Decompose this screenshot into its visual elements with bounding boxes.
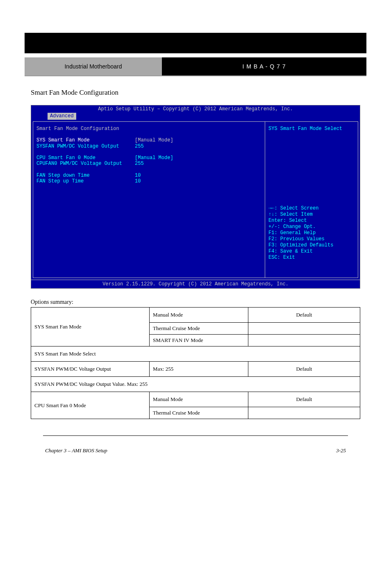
bios-row-label: FAN Step up Time <box>36 178 135 184</box>
bios-main-panel: Smart Fan Mode Configuration SYS Smart F… <box>33 121 265 278</box>
option-cell: Manual Mode <box>150 392 248 407</box>
bios-top-bar: Aptio Setup Utility – Copyright (C) 2012… <box>31 105 360 113</box>
bios-screenshot: Aptio Setup Utility – Copyright (C) 2012… <box>31 105 360 289</box>
bios-row: FAN Step up Time10 <box>36 178 261 184</box>
bios-main-heading: Smart Fan Mode Configuration <box>36 126 261 132</box>
header-bar: Industrial Motherboard I M B A - Q 7 7 <box>25 57 366 76</box>
bios-row: CPUFAN0 PWM/DC Voltage Output255 <box>36 161 261 166</box>
bios-row-value: [Manual Mode] <box>135 155 173 161</box>
desc-cell: SYS Smart Fan Mode Select <box>31 346 360 362</box>
bios-help-line: F1: General Help <box>268 230 355 236</box>
bios-help-line: Enter: Select <box>268 218 355 224</box>
option-cell: Thermal Cruise Mode <box>150 323 248 335</box>
default-cell <box>248 407 360 419</box>
bios-row-value: 10 <box>135 173 141 178</box>
table-row: SYSFAN PWM/DC Voltage Output Max: 255 De… <box>31 362 360 377</box>
default-cell <box>248 335 360 346</box>
options-table: SYS Smart Fan Mode Manual Mode Default T… <box>31 307 360 419</box>
bios-tab-row: Advanced <box>31 113 360 119</box>
bios-bottom-bar: Version 2.15.1229. Copyright (C) 2012 Am… <box>31 280 360 288</box>
bios-row-label: SYS Smart Fan Mode <box>36 137 135 143</box>
bios-help-line: F3: Optimized Defaults <box>268 242 355 248</box>
bios-row: SYS Smart Fan Mode[Manual Mode] <box>36 137 261 143</box>
table-row: SYSFAN PWM/DC Voltage Output Value. Max:… <box>31 377 360 392</box>
bios-row-label: CPU Smart Fan 0 Mode <box>36 155 135 161</box>
bios-side-description: SYS Smart Fan Mode Select <box>268 126 355 132</box>
bios-tab-advanced: Advanced <box>48 113 76 119</box>
header-left-cell: Industrial Motherboard <box>25 57 162 75</box>
bios-help-line: F2: Previous Values <box>268 236 355 242</box>
bios-help-line: →←: Select Screen <box>268 205 355 212</box>
bios-help: →←: Select Screen↑↓: Select ItemEnter: S… <box>268 205 355 261</box>
default-cell: Default <box>248 362 360 377</box>
bios-help-line: F4: Save & Exit <box>268 248 355 255</box>
default-cell: Default <box>248 392 360 407</box>
bios-side-panel: SYS Smart Fan Mode Select →←: Select Scr… <box>265 121 358 278</box>
option-cell: Thermal Cruise Mode <box>150 407 248 419</box>
setting-cell: SYS Smart Fan Mode <box>31 308 150 346</box>
setting-cell: SYSFAN PWM/DC Voltage Output <box>31 362 150 377</box>
option-cell: SMART FAN IV Mode <box>150 335 248 346</box>
bios-help-line: ESC: Exit <box>268 255 355 261</box>
table-row: CPU Smart Fan 0 Mode Manual Mode Default <box>31 392 360 407</box>
option-cell: Manual Mode <box>150 308 248 323</box>
bios-row: SYSFAN PWM/DC Voltage Output255 <box>36 144 261 149</box>
option-cell: Max: 255 <box>150 362 248 377</box>
section-title: Smart Fan Mode Configuration <box>31 89 366 97</box>
bios-row: CPU Smart Fan 0 Mode[Manual Mode] <box>36 155 261 161</box>
footer-divider <box>43 435 348 436</box>
footer-right: 3-25 <box>336 447 346 454</box>
table-row: SYS Smart Fan Mode Select <box>31 346 360 362</box>
footer: Chapter 3 – AMI BIOS Setup 3-25 <box>45 447 346 454</box>
default-cell <box>248 323 360 335</box>
options-summary-label: Options summary: <box>31 299 366 305</box>
bios-row-label: CPUFAN0 PWM/DC Voltage Output <box>36 161 135 166</box>
bios-row: FAN Step down Time10 <box>36 173 261 178</box>
bios-help-line: +/-: Change Opt. <box>268 224 355 230</box>
header-black-band <box>25 33 366 53</box>
default-cell: Default <box>248 308 360 323</box>
header-right-cell: I M B A - Q 7 7 <box>162 57 366 75</box>
bios-row-label: FAN Step down Time <box>36 173 135 178</box>
bios-row-value: [Manual Mode] <box>135 137 173 143</box>
footer-left: Chapter 3 – AMI BIOS Setup <box>45 447 107 454</box>
setting-cell: CPU Smart Fan 0 Mode <box>31 392 150 419</box>
bios-row-value: 255 <box>135 161 144 166</box>
bios-row-value: 255 <box>135 144 144 149</box>
bios-body: Smart Fan Mode Configuration SYS Smart F… <box>31 120 360 280</box>
bios-row-label: SYSFAN PWM/DC Voltage Output <box>36 144 135 149</box>
desc-cell: SYSFAN PWM/DC Voltage Output Value. Max:… <box>31 377 360 392</box>
table-row: SYS Smart Fan Mode Manual Mode Default <box>31 308 360 323</box>
bios-row-value: 10 <box>135 178 141 184</box>
bios-help-line: ↑↓: Select Item <box>268 212 355 218</box>
